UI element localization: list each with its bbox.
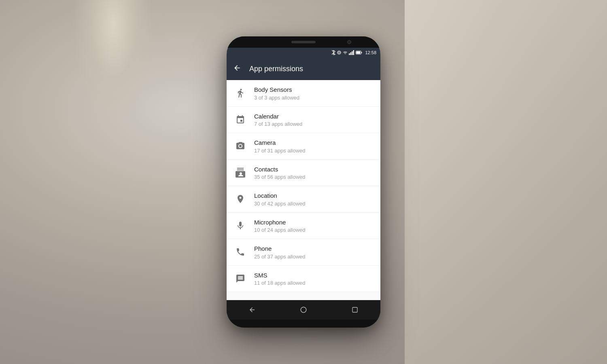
calendar-name: Calendar bbox=[254, 112, 302, 121]
nav-bar bbox=[227, 300, 380, 320]
calendar-icon bbox=[233, 112, 248, 127]
microphone-name: Microphone bbox=[254, 218, 305, 226]
phone-camera bbox=[347, 40, 351, 44]
signal-icon bbox=[349, 50, 354, 55]
sms-subtitle: 11 of 18 apps allowed bbox=[254, 280, 305, 286]
microphone-icon bbox=[233, 218, 248, 233]
body-sensors-subtitle: 3 of 3 apps allowed bbox=[254, 95, 299, 101]
sms-name: SMS bbox=[254, 271, 305, 279]
permission-item-microphone[interactable]: Microphone 10 of 24 apps allowed bbox=[227, 213, 380, 239]
svg-rect-10 bbox=[352, 307, 357, 312]
permission-item-camera[interactable]: Camera 17 of 31 apps allowed bbox=[227, 133, 380, 160]
camera-subtitle: 17 of 31 apps allowed bbox=[254, 148, 305, 154]
body-sensors-text: Body Sensors 3 of 3 apps allowed bbox=[254, 86, 299, 101]
bluetooth-icon bbox=[331, 50, 335, 55]
location-icon bbox=[233, 192, 248, 206]
phone-icon bbox=[233, 245, 248, 259]
location-name: Location bbox=[254, 192, 305, 200]
location-text: Location 30 of 42 apps allowed bbox=[254, 192, 305, 207]
phone-shell: 12:58 App permissions bbox=[227, 36, 380, 328]
phone-name: Phone bbox=[254, 245, 305, 253]
microphone-subtitle: 10 of 24 apps allowed bbox=[254, 227, 305, 233]
sms-text: SMS 11 of 18 apps allowed bbox=[254, 271, 305, 286]
calendar-text: Calendar 7 of 13 apps allowed bbox=[254, 112, 302, 127]
scene: 12:58 App permissions bbox=[0, 0, 607, 364]
camera-text: Camera 17 of 31 apps allowed bbox=[254, 139, 305, 154]
contacts-text: Contacts 35 of 56 apps allowed bbox=[254, 165, 305, 180]
phone-subtitle: 25 of 37 apps allowed bbox=[254, 254, 305, 260]
svg-rect-4 bbox=[352, 51, 353, 55]
contacts-icon bbox=[233, 165, 248, 180]
status-bar: 12:58 bbox=[227, 48, 380, 57]
phone-speaker bbox=[291, 41, 316, 43]
back-button[interactable] bbox=[233, 64, 241, 74]
app-bar-title: App permissions bbox=[249, 65, 303, 73]
svg-rect-2 bbox=[349, 53, 350, 55]
location-subtitle: 30 of 42 apps allowed bbox=[254, 201, 305, 207]
permission-item-phone[interactable]: Phone 25 of 37 apps allowed bbox=[227, 239, 380, 266]
nav-recents-button[interactable] bbox=[347, 302, 363, 318]
svg-point-9 bbox=[301, 307, 306, 313]
permission-list[interactable]: Body Sensors 3 of 3 apps allowed Calenda… bbox=[227, 80, 380, 300]
contacts-subtitle: 35 of 56 apps allowed bbox=[254, 174, 305, 180]
nav-back-button[interactable] bbox=[244, 302, 260, 318]
body-sensors-icon bbox=[233, 86, 248, 100]
phone-screen: 12:58 App permissions bbox=[227, 48, 380, 300]
nfc-icon bbox=[337, 50, 342, 55]
permission-item-contacts[interactable]: Contacts 35 of 56 apps allowed bbox=[227, 160, 380, 186]
body-sensors-name: Body Sensors bbox=[254, 86, 299, 94]
camera-icon bbox=[233, 139, 248, 153]
contacts-name: Contacts bbox=[254, 165, 305, 174]
svg-rect-3 bbox=[350, 53, 352, 55]
svg-point-0 bbox=[337, 51, 341, 54]
phone-bottom-bar bbox=[227, 320, 380, 328]
microphone-text: Microphone 10 of 24 apps allowed bbox=[254, 218, 305, 233]
status-icons: 12:58 bbox=[331, 50, 376, 55]
permission-item-location[interactable]: Location 30 of 42 apps allowed bbox=[227, 186, 380, 213]
permission-item-calendar[interactable]: Calendar 7 of 13 apps allowed bbox=[227, 107, 380, 133]
svg-point-1 bbox=[338, 52, 340, 53]
svg-rect-7 bbox=[361, 52, 362, 53]
phone-top-bar bbox=[227, 36, 380, 48]
battery-icon bbox=[356, 51, 362, 55]
permission-item-sms[interactable]: SMS 11 of 18 apps allowed bbox=[227, 266, 380, 292]
nav-home-button[interactable] bbox=[295, 302, 312, 318]
wifi-icon bbox=[343, 51, 348, 55]
camera-name: Camera bbox=[254, 139, 305, 147]
svg-rect-5 bbox=[353, 50, 354, 55]
phone-text: Phone 25 of 37 apps allowed bbox=[254, 245, 305, 260]
sms-icon bbox=[233, 271, 248, 286]
calendar-subtitle: 7 of 13 apps allowed bbox=[254, 121, 302, 127]
svg-rect-8 bbox=[357, 51, 361, 54]
status-time: 12:58 bbox=[365, 50, 376, 55]
permission-item-body-sensors[interactable]: Body Sensors 3 of 3 apps allowed bbox=[227, 80, 380, 107]
app-bar: App permissions bbox=[227, 57, 380, 80]
